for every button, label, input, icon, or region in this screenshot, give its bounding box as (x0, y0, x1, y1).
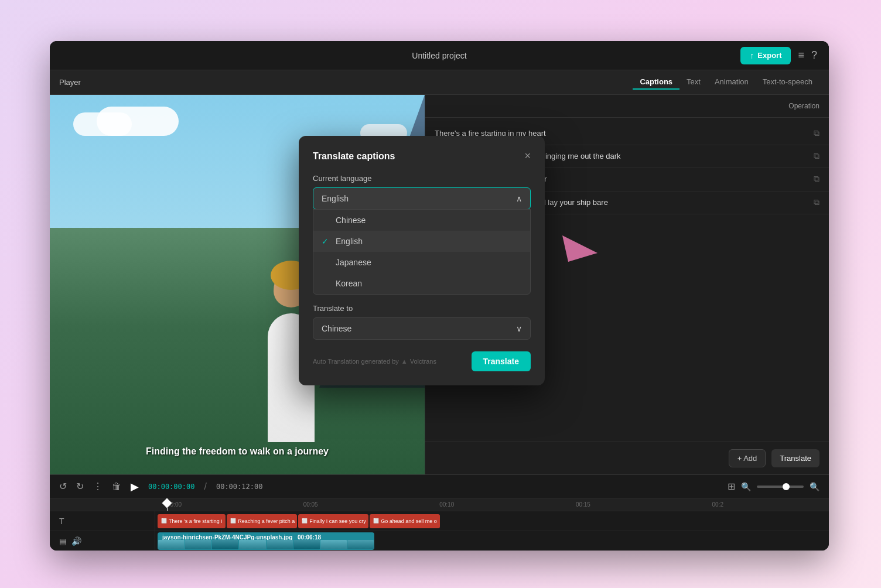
svg-marker-0 (562, 235, 597, 262)
auto-translation-note: Auto Translation generated by ▲ Volctran… (313, 358, 436, 365)
zoom-handle[interactable] (783, 483, 790, 490)
caption-chip-text-4: Go ahead and sell me o (381, 518, 437, 524)
header: Untitled project ↑ Export ≡ ? (50, 41, 829, 70)
modal-title: Translate captions (313, 151, 395, 162)
zoom-out-icon[interactable]: 🔍 (741, 482, 751, 491)
toolbar-tabs: Captions Text Animation Text-to-speech (633, 75, 819, 90)
language-option-japanese[interactable]: Japanese (313, 252, 530, 273)
thumb-5 (267, 540, 293, 549)
check-english: ✓ (322, 237, 331, 246)
translate-panel-button[interactable]: Translate (771, 449, 819, 467)
caption-chip-4[interactable]: ⬜ Go ahead and sell me o (370, 514, 440, 528)
tab-captions[interactable]: Captions (633, 75, 679, 90)
menu-icon[interactable]: ≡ (798, 49, 804, 61)
ruler-marks: 00:00 00:05 00:10 00:15 00:2 (167, 501, 723, 508)
timeline-tracks: T ▤ 🔊 ⬜ There 's a fire starting i ⬜ Rea… (50, 511, 829, 551)
tab-text[interactable]: Text (679, 75, 708, 90)
copy-icon-2[interactable]: ⧉ (814, 151, 819, 161)
timeline-controls-left: ↺ ↻ ⋮ 🗑 ▶ 00:00:00:00 / 00:00:12:00 (59, 480, 262, 493)
help-icon[interactable]: ? (811, 49, 817, 61)
ruler-mark-1: 00:05 (303, 501, 318, 508)
language-label-chinese: Chinese (336, 216, 366, 225)
translate-to-label: Translate to (313, 304, 531, 313)
audio-track-icon: 🔊 (71, 536, 81, 546)
play-button[interactable]: ▶ (131, 480, 139, 493)
thumb-7 (320, 540, 347, 549)
current-language-selected[interactable]: English ∧ (313, 187, 531, 210)
copy-icon-3[interactable]: ⧉ (814, 174, 819, 184)
video-clip[interactable]: jayson-hinrichsen-PkZM-4NCJPg-unsplash.j… (158, 532, 374, 550)
app-container: Untitled project ↑ Export ≡ ? Player Cap… (50, 41, 829, 551)
language-label-korean: Korean (336, 279, 362, 288)
video-track: jayson-hinrichsen-PkZM-4NCJPg-unsplash.j… (155, 531, 829, 551)
thumb-6 (293, 540, 320, 549)
video-track-icon-row: ▤ 🔊 (50, 531, 155, 551)
ruler-mark-4: 00:2 (712, 501, 723, 508)
copy-icon-1[interactable]: ⧉ (814, 128, 819, 138)
volctrans-logo: ▲ (401, 358, 408, 365)
thumb-8 (347, 540, 374, 549)
grid-icon[interactable]: ⊞ (728, 481, 735, 492)
time-separator: / (204, 481, 206, 492)
tab-tts[interactable]: Text-to-speech (756, 75, 819, 90)
project-title: Untitled project (412, 51, 466, 60)
modal-header: Translate captions × (313, 150, 531, 162)
text-track-icon: T (59, 517, 64, 526)
zoom-slider[interactable] (757, 486, 804, 488)
language-option-korean[interactable]: Korean (313, 273, 530, 294)
current-language-label: Current language (313, 174, 531, 183)
video-thumbnails (158, 539, 374, 550)
player-label: Player (59, 78, 81, 87)
video-track-icon: ▤ (59, 536, 67, 546)
dropdown-chevron-down: ∨ (516, 324, 522, 333)
zoom-in-icon[interactable]: 🔍 (810, 482, 819, 491)
language-option-english[interactable]: ✓ English (313, 231, 530, 252)
track-content: ⬜ There 's a fire starting i ⬜ Reaching … (155, 511, 829, 551)
scrubber-position (167, 498, 168, 511)
operation-label: Operation (788, 102, 819, 110)
track-icons: T ▤ 🔊 (50, 511, 155, 551)
translate-to-selected[interactable]: Chinese ∨ (313, 317, 531, 340)
export-button[interactable]: ↑ Export (740, 47, 791, 64)
current-language-dropdown: English ∧ Chinese ✓ English Japanese (313, 187, 531, 295)
thumb-3 (212, 540, 238, 549)
export-icon: ↑ (750, 51, 754, 60)
copy-icon-4[interactable]: ⧉ (814, 197, 819, 207)
thumb-1 (158, 540, 185, 549)
language-dropdown-list: Chinese ✓ English Japanese Korean (313, 209, 531, 295)
current-language-value: English (322, 194, 349, 203)
dropdown-chevron-up: ∧ (516, 194, 522, 203)
redo-icon[interactable]: ↻ (76, 481, 84, 492)
scrubber-line (167, 498, 168, 511)
subtitle-text: Finding the freedom to walk on a journey (50, 446, 425, 457)
modal-close-button[interactable]: × (524, 150, 531, 162)
ruler-mark-2: 00:10 (439, 501, 454, 508)
tab-animation[interactable]: Animation (708, 75, 756, 90)
thumb-2 (185, 540, 211, 549)
caption-chip-1[interactable]: ⬜ There 's a fire starting i (158, 514, 226, 528)
caption-chip-text-2: Reaching a fever pitch a (238, 518, 295, 524)
timeline-ruler: 00:00 00:05 00:10 00:15 00:2 (50, 498, 829, 511)
translate-to-dropdown: Chinese ∨ (313, 317, 531, 340)
caption-track: ⬜ There 's a fire starting i ⬜ Reaching … (155, 511, 829, 531)
translate-to-value: Chinese (322, 324, 351, 333)
language-label-japanese: Japanese (336, 258, 371, 267)
caption-chip-2[interactable]: ⬜ Reaching a fever pitch a (227, 514, 297, 528)
export-label: Export (757, 51, 781, 60)
translate-modal-button[interactable]: Translate (472, 351, 531, 371)
language-label-english: English (336, 237, 363, 246)
timeline-controls: ↺ ↻ ⋮ 🗑 ▶ 00:00:00:00 / 00:00:12:00 ⊞ 🔍 … (50, 475, 829, 498)
delete-icon[interactable]: 🗑 (112, 481, 121, 492)
auto-translation-text: Auto Translation generated by (313, 358, 399, 365)
thumb-4 (239, 540, 265, 549)
translate-captions-modal: Translate captions × Current language En… (299, 136, 545, 385)
caption-chip-3[interactable]: ⬜ Finally I can see you cry (298, 514, 368, 528)
right-panel-header: Operation (425, 95, 829, 118)
ruler-mark-3: 00:15 (576, 501, 590, 508)
language-option-chinese[interactable]: Chinese (313, 210, 530, 231)
undo-icon[interactable]: ↺ (59, 481, 67, 492)
split-icon[interactable]: ⋮ (93, 481, 103, 492)
total-time: 00:00:12:00 (216, 483, 262, 491)
cursor-arrow (556, 230, 603, 276)
add-button[interactable]: + Add (729, 449, 766, 467)
